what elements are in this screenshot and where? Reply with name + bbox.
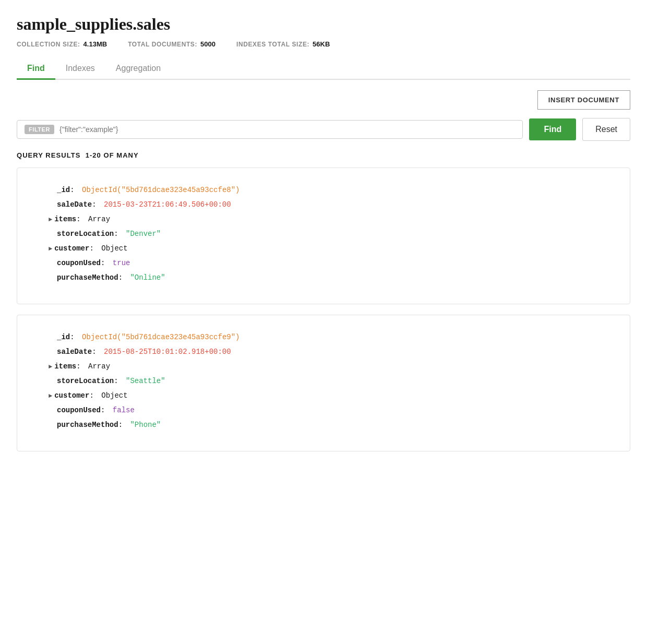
query-results-range: 1-20 OF MANY — [86, 151, 139, 159]
doc-field-row: storeLocation: "Seattle" — [49, 374, 609, 388]
field-key: _id — [57, 183, 70, 197]
filter-input-wrapper: FILTER — [17, 120, 523, 139]
field-key: _id — [57, 330, 70, 344]
stat-total-documents: TOTAL DOCUMENTS: 5000 — [128, 40, 215, 48]
tabs: Find Indexes Aggregation — [17, 58, 630, 80]
field-value: false — [113, 403, 135, 418]
document-card: _id: ObjectId("5bd761dcae323e45a93ccfe8"… — [17, 168, 630, 304]
total-documents-value: 5000 — [200, 40, 215, 48]
field-value: ObjectId("5bd761dcae323e45a93ccfe8") — [82, 183, 239, 197]
doc-field-row: saleDate: 2015-08-25T10:01:02.918+00:00 — [49, 344, 609, 359]
field-key: items — [54, 359, 76, 374]
expand-arrow[interactable]: ► — [49, 243, 52, 255]
document-card: _id: ObjectId("5bd761dcae323e45a93ccfe9"… — [17, 315, 630, 451]
tab-indexes[interactable]: Indexes — [55, 58, 105, 80]
field-value: Object — [101, 241, 127, 256]
indexes-total-size-value: 56KB — [313, 40, 330, 48]
doc-field-row: purchaseMethod: "Online" — [49, 270, 609, 285]
stats-bar: COLLECTION SIZE: 4.13MB TOTAL DOCUMENTS:… — [17, 40, 630, 48]
field-value: Array — [88, 359, 110, 374]
field-value: 2015-03-23T21:06:49.506+00:00 — [104, 197, 231, 212]
expand-arrow[interactable]: ► — [49, 213, 52, 226]
field-value: Array — [88, 212, 110, 226]
page-container: sample_supplies.sales COLLECTION SIZE: 4… — [0, 0, 647, 644]
field-value: "Online" — [130, 270, 165, 285]
query-results-text: QUERY RESULTS — [17, 151, 80, 159]
field-key: purchaseMethod — [57, 270, 118, 285]
field-value: "Denver" — [126, 226, 161, 241]
field-value: "Phone" — [130, 418, 161, 432]
expand-arrow[interactable]: ► — [49, 390, 52, 402]
total-documents-label: TOTAL DOCUMENTS: — [128, 41, 197, 48]
doc-field-row: ►items: Array — [49, 212, 609, 226]
find-button[interactable]: Find — [529, 118, 576, 140]
tab-find[interactable]: Find — [17, 58, 55, 80]
doc-field-row: ►items: Array — [49, 359, 609, 374]
field-value: "Seattle" — [126, 374, 165, 388]
collection-size-value: 4.13MB — [83, 40, 107, 48]
field-key: storeLocation — [57, 374, 114, 388]
reset-button[interactable]: Reset — [582, 118, 630, 141]
field-key: customer — [54, 241, 89, 256]
field-key: couponUsed — [57, 256, 101, 270]
filter-input[interactable] — [59, 125, 515, 134]
doc-field-row: couponUsed: true — [49, 256, 609, 270]
field-value: Object — [101, 388, 127, 403]
field-key: storeLocation — [57, 226, 114, 241]
doc-field-row: purchaseMethod: "Phone" — [49, 418, 609, 432]
doc-field-row: saleDate: 2015-03-23T21:06:49.506+00:00 — [49, 197, 609, 212]
documents-list: _id: ObjectId("5bd761dcae323e45a93ccfe8"… — [17, 168, 630, 451]
field-key: saleDate — [57, 197, 92, 212]
toolbar: INSERT DOCUMENT — [17, 80, 630, 118]
doc-field-row: _id: ObjectId("5bd761dcae323e45a93ccfe8"… — [49, 183, 609, 197]
query-results-label: QUERY RESULTS 1-20 OF MANY — [17, 151, 630, 159]
doc-field-row: ►customer: Object — [49, 388, 609, 403]
field-key: purchaseMethod — [57, 418, 118, 432]
field-key: couponUsed — [57, 403, 101, 418]
filter-badge: FILTER — [25, 125, 54, 134]
doc-field-row: couponUsed: false — [49, 403, 609, 418]
collection-size-label: COLLECTION SIZE: — [17, 41, 80, 48]
stat-collection-size: COLLECTION SIZE: 4.13MB — [17, 40, 107, 48]
tab-aggregation[interactable]: Aggregation — [105, 58, 171, 80]
doc-field-row: storeLocation: "Denver" — [49, 226, 609, 241]
field-key: items — [54, 212, 76, 226]
doc-field-row: ►customer: Object — [49, 241, 609, 256]
indexes-total-size-label: INDEXES TOTAL SIZE: — [236, 41, 309, 48]
insert-document-button[interactable]: INSERT DOCUMENT — [537, 90, 630, 110]
field-key: saleDate — [57, 344, 92, 359]
collection-title: sample_supplies.sales — [17, 15, 630, 34]
field-value: ObjectId("5bd761dcae323e45a93ccfe9") — [82, 330, 239, 344]
expand-arrow[interactable]: ► — [49, 361, 52, 373]
filter-bar: FILTER Find Reset — [17, 118, 630, 141]
stat-indexes-total-size: INDEXES TOTAL SIZE: 56KB — [236, 40, 330, 48]
field-value: 2015-08-25T10:01:02.918+00:00 — [104, 344, 231, 359]
field-key: customer — [54, 388, 89, 403]
doc-field-row: _id: ObjectId("5bd761dcae323e45a93ccfe9"… — [49, 330, 609, 344]
field-value: true — [113, 256, 130, 270]
